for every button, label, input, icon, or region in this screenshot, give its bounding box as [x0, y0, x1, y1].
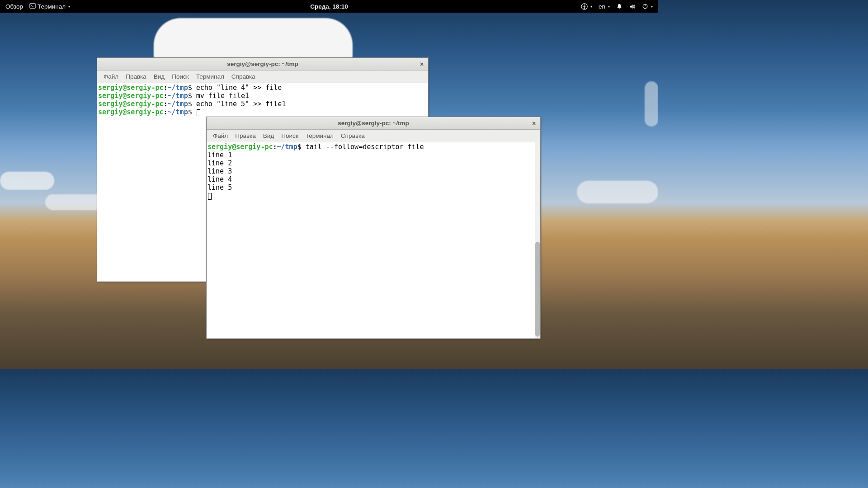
- terminal-line: sergiy@sergiy-pc:~/tmp$ tail --follow=de…: [208, 143, 539, 151]
- menu-file[interactable]: Файл: [209, 131, 231, 141]
- activities-button[interactable]: Обзор: [4, 2, 25, 11]
- terminal-line: sergiy@sergiy-pc:~/tmp$ echo "line 5" >>…: [98, 100, 427, 108]
- scrollbar-thumb[interactable]: [535, 242, 540, 337]
- cursor: [197, 109, 200, 116]
- terminal-window-2[interactable]: sergiy@sergiy-pc: ~/tmp × Файл Правка Ви…: [206, 117, 541, 339]
- terminal-output-line: line 5: [208, 183, 539, 192]
- keyboard-layout-label: en: [599, 3, 605, 10]
- titlebar[interactable]: sergiy@sergiy-pc: ~/tmp ×: [207, 117, 540, 130]
- scrollbar[interactable]: [535, 142, 540, 338]
- close-button[interactable]: ×: [530, 120, 538, 127]
- notifications-icon[interactable]: [614, 2, 624, 10]
- gnome-top-bar: Обзор Терминал ▾ Среда, 18:10 ▾ en ▾: [0, 0, 658, 13]
- menu-terminal[interactable]: Терминал: [193, 71, 228, 82]
- cursor: [208, 193, 212, 200]
- clock-label: Среда, 18:10: [310, 3, 348, 10]
- menu-search[interactable]: Поиск: [278, 131, 302, 141]
- menubar: Файл Правка Вид Поиск Терминал Справка: [97, 70, 428, 83]
- dropdown-icon: ▾: [651, 5, 653, 9]
- menu-help[interactable]: Справка: [337, 131, 368, 141]
- menu-edit[interactable]: Правка: [122, 71, 150, 82]
- dropdown-icon: ▾: [68, 5, 70, 9]
- activities-label: Обзор: [5, 3, 23, 10]
- window-title: sergiy@sergiy-pc: ~/tmp: [338, 120, 409, 127]
- close-button[interactable]: ×: [418, 61, 425, 68]
- menu-help[interactable]: Справка: [228, 71, 259, 82]
- close-icon: ×: [532, 120, 536, 127]
- terminal-line: sergiy@sergiy-pc:~/tmp$ echo "line 4" >>…: [98, 84, 427, 92]
- terminal-app-icon: [29, 3, 36, 10]
- menu-view[interactable]: Вид: [150, 71, 168, 82]
- keyboard-layout-menu[interactable]: en ▾: [597, 2, 612, 11]
- terminal-output-line: line 2: [208, 159, 539, 167]
- dropdown-icon: ▾: [608, 5, 610, 9]
- terminal-output-line: line 4: [208, 175, 539, 183]
- terminal-line: sergiy@sergiy-pc:~/tmp$: [98, 108, 427, 116]
- menubar: Файл Правка Вид Поиск Терминал Справка: [207, 130, 540, 142]
- dropdown-icon: ▾: [590, 5, 592, 9]
- terminal-output-line: line 1: [208, 151, 539, 159]
- clock[interactable]: Среда, 18:10: [310, 3, 348, 10]
- menu-edit[interactable]: Правка: [231, 131, 259, 141]
- accessibility-icon: [581, 3, 588, 10]
- power-icon: [642, 3, 648, 9]
- app-menu-label: Терминал: [38, 3, 66, 10]
- titlebar[interactable]: sergiy@sergiy-pc: ~/tmp ×: [97, 58, 428, 70]
- terminal-content[interactable]: sergiy@sergiy-pc:~/tmp$ tail --follow=de…: [207, 142, 540, 338]
- menu-view[interactable]: Вид: [259, 131, 278, 141]
- app-menu[interactable]: Терминал ▾: [28, 2, 72, 11]
- terminal-output-line: line 3: [208, 167, 539, 175]
- window-title: sergiy@sergiy-pc: ~/tmp: [227, 61, 298, 67]
- menu-terminal[interactable]: Терминал: [302, 131, 337, 141]
- svg-rect-0: [30, 3, 35, 8]
- svg-point-2: [584, 5, 585, 5]
- accessibility-menu[interactable]: ▾: [579, 2, 594, 11]
- power-menu[interactable]: ▾: [640, 2, 655, 10]
- terminal-line: sergiy@sergiy-pc:~/tmp$ mv file file1: [98, 92, 427, 100]
- close-icon: ×: [420, 61, 424, 67]
- volume-icon[interactable]: [627, 2, 637, 11]
- menu-file[interactable]: Файл: [100, 71, 122, 82]
- menu-search[interactable]: Поиск: [168, 71, 192, 82]
